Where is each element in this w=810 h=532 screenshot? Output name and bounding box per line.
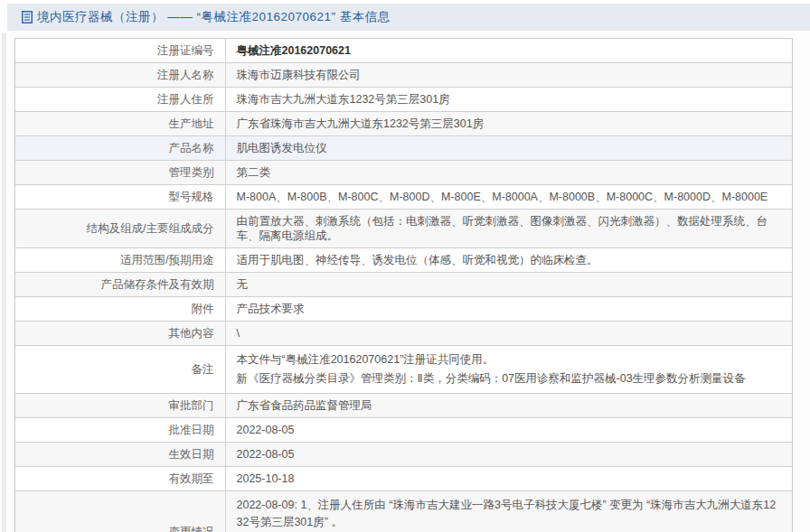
row-value: 由前置放大器、刺激系统（包括：电刺激器、听觉刺激器、图像刺激器、闪光刺激器）、数…	[225, 210, 792, 248]
table-row: 备注本文件与“粤械注准20162070621”注册证共同使用。新《医疗器械分类目…	[15, 346, 792, 394]
row-value-text: 2022-08-05	[237, 448, 295, 461]
row-value-text: 珠海市迈康科技有限公司	[237, 69, 362, 81]
table-row: 结构及组成/主要组成成分由前置放大器、刺激系统（包括：电刺激器、听觉刺激器、图像…	[15, 210, 792, 248]
row-value: 珠海市吉大九洲大道东1232号第三层301房	[225, 88, 792, 112]
row-value-text: 肌电图诱发电位仪	[237, 142, 327, 154]
table-row: 有效期至2025-10-18	[15, 467, 792, 491]
row-value-text: 由前置放大器、刺激系统（包括：电刺激器、听觉刺激器、图像刺激器、闪光刺激器）、数…	[237, 215, 768, 242]
page: 境内医疗器械（注册） —— “粤械注准20162070621” 基本信息 注册证…	[0, 0, 810, 532]
row-value-text: 广东省食品药品监督管理局	[237, 399, 372, 412]
row-value: 2022-08-05	[225, 418, 792, 443]
row-value-text: 第二类	[237, 166, 271, 179]
table-row: 注册证编号粤械注准20162070621	[15, 39, 792, 63]
row-value: 2022-08-05	[225, 443, 792, 467]
row-label: 附件	[15, 297, 225, 322]
row-value-text: 珠海市吉大九洲大道东1232号第三层301房	[237, 93, 450, 106]
table-row: 产品储存条件及有效期无	[15, 273, 792, 297]
row-label: 结构及组成/主要组成成分	[15, 210, 225, 248]
registration-table: 注册证编号粤械注准20162070621注册人名称珠海市迈康科技有限公司注册人住…	[14, 38, 793, 532]
table-row: 管理类别第二类	[15, 161, 792, 185]
row-label: 注册人名称	[15, 63, 225, 88]
row-value-text: M-800A、M-800B、M-800C、M-800D、M-800E、M-800…	[237, 191, 768, 203]
registration-table-body: 注册证编号粤械注准20162070621注册人名称珠海市迈康科技有限公司注册人住…	[15, 39, 792, 532]
row-value-text: 2025-10-18	[237, 472, 295, 485]
row-label: 生产地址	[15, 112, 225, 136]
table-row: 其他内容\	[15, 322, 792, 346]
row-value: M-800A、M-800B、M-800C、M-800D、M-800E、M-800…	[225, 185, 792, 210]
row-value-text: 无	[237, 278, 249, 291]
row-value-text: 产品技术要求	[237, 303, 305, 315]
row-value-line: 新《医疗器械分类目录》管理类别：Ⅱ类，分类编码：07医用诊察和监护器械-03生理…	[237, 369, 782, 388]
row-label: 注册人住所	[15, 88, 225, 112]
row-label: 管理类别	[15, 161, 225, 185]
row-value: 适用于肌电图、神经传导、诱发电位（体感、听觉和视觉）的临床检查。	[225, 248, 792, 273]
row-value: 无	[225, 273, 792, 297]
page-title: 境内医疗器械（注册） —— “粤械注准20162070621” 基本信息	[37, 9, 391, 25]
title-bar: 境内医疗器械（注册） —— “粤械注准20162070621” 基本信息	[7, 4, 810, 31]
row-label: 产品储存条件及有效期	[15, 273, 225, 297]
table-row: 批准日期2022-08-05	[15, 418, 792, 443]
row-value: 珠海市迈康科技有限公司	[225, 63, 792, 88]
row-value-text: 粤械注准20162070621	[237, 44, 351, 57]
document-icon	[22, 11, 33, 23]
row-label: 其他内容	[15, 322, 225, 346]
left-scroll-strip	[2, 33, 6, 532]
table-row: 适用范围/预期用途适用于肌电图、神经传导、诱发电位（体感、听觉和视觉）的临床检查…	[15, 248, 792, 273]
row-value-text: \	[237, 327, 240, 340]
row-value: 第二类	[225, 161, 792, 185]
table-row: 生产地址广东省珠海市吉大九洲大道东1232号第三层301房	[15, 112, 792, 136]
table-row: 注册人名称珠海市迈康科技有限公司	[15, 63, 792, 88]
row-value: 广东省珠海市吉大九洲大道东1232号第三层301房	[225, 112, 792, 136]
row-value-line: 2022-08-09: 1、注册人住所由 “珠海市吉大建业一路3号电子科技大厦七…	[237, 496, 782, 532]
table-row: 变更情况2022-08-09: 1、注册人住所由 “珠海市吉大建业一路3号电子科…	[15, 491, 792, 532]
row-label: 生效日期	[15, 443, 225, 467]
row-label: 注册证编号	[15, 39, 225, 63]
row-label: 适用范围/预期用途	[15, 248, 225, 273]
row-value-text: 适用于肌电图、神经传导、诱发电位（体感、听觉和视觉）的临床检查。	[237, 254, 598, 266]
row-value: 产品技术要求	[225, 297, 792, 322]
row-value: 本文件与“粤械注准20162070621”注册证共同使用。新《医疗器械分类目录》…	[225, 346, 792, 394]
row-label: 审批部门	[15, 394, 225, 418]
table-row: 审批部门广东省食品药品监督管理局	[15, 394, 792, 418]
row-value: \	[225, 322, 792, 346]
row-label: 型号规格	[15, 185, 225, 210]
row-label: 变更情况	[15, 491, 225, 532]
row-label: 备注	[15, 346, 225, 394]
table-row: 生效日期2022-08-05	[15, 443, 792, 467]
row-label: 产品名称	[15, 136, 225, 161]
row-value-line: 本文件与“粤械注准20162070621”注册证共同使用。	[237, 350, 782, 369]
row-value: 广东省食品药品监督管理局	[225, 394, 792, 418]
row-value: 2025-10-18	[225, 467, 792, 491]
row-value: 粤械注准20162070621	[225, 39, 792, 63]
table-row: 附件产品技术要求	[15, 297, 792, 322]
row-label: 有效期至	[15, 467, 225, 491]
row-value-text: 广东省珠海市吉大九洲大道东1232号第三层301房	[237, 117, 485, 130]
table-row: 型号规格M-800A、M-800B、M-800C、M-800D、M-800E、M…	[15, 185, 792, 210]
row-label: 批准日期	[15, 418, 225, 443]
row-value-text: 2022-08-05	[237, 424, 295, 436]
row-value: 2022-08-09: 1、注册人住所由 “珠海市吉大建业一路3号电子科技大厦七…	[225, 491, 792, 532]
row-value: 肌电图诱发电位仪	[225, 136, 792, 161]
table-row: 产品名称肌电图诱发电位仪	[15, 136, 792, 161]
table-row: 注册人住所珠海市吉大九洲大道东1232号第三层301房	[15, 88, 792, 112]
